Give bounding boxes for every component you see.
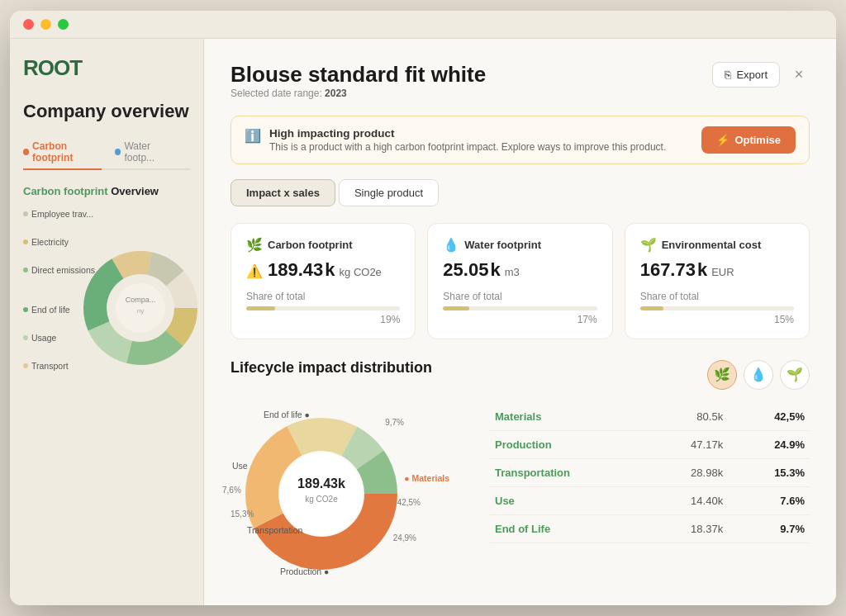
optimise-label: Optimise [734, 134, 781, 146]
close-dot[interactable] [23, 19, 34, 30]
minimize-dot[interactable] [40, 19, 51, 30]
water-share-label: Share of total [443, 291, 596, 302]
row-label: Transportation [490, 459, 644, 487]
usage-dot [23, 335, 28, 340]
svg-text:Compa...: Compa... [126, 296, 156, 304]
row-pct: 7.6% [736, 487, 810, 515]
carbon-progress-fill [246, 306, 275, 310]
label-use: Use [232, 461, 248, 471]
direct-dot [23, 268, 28, 272]
label-end-of-life: End of life ● [264, 410, 310, 419]
employee-dot [23, 211, 28, 216]
icon-btn-carbon[interactable]: 🌿 [707, 360, 737, 390]
export-label: Export [736, 69, 768, 81]
table-row: End of Life 18.37k 9.7% [490, 515, 810, 543]
header-actions: ⎘ Export × [712, 62, 810, 88]
tab-single-product[interactable]: Single product [339, 179, 439, 206]
carbon-value: 189.43 [268, 259, 323, 281]
metric-label-carbon: 🌿 Carbon footprint [246, 237, 400, 253]
water-value: 25.05 [443, 259, 488, 281]
sidebar-tab-carbon[interactable]: Carbon footprint [23, 135, 102, 170]
env-progress-pct: 15% [640, 314, 794, 325]
maximize-dot[interactable] [58, 19, 69, 30]
pct-use: 7,6% [222, 486, 241, 495]
water-progress-fill [443, 306, 469, 310]
row-value: 47.17k [644, 431, 736, 459]
optimise-button[interactable]: ⚡ Optimise [701, 126, 796, 154]
endoflife-label: End of life [31, 305, 70, 315]
main-panel: Blouse standard fit white Selected date … [204, 39, 836, 605]
icon-btn-water[interactable]: 💧 [744, 360, 773, 390]
metric-card-carbon: 🌿 Carbon footprint ⚠️ 189.43 k kg CO2e S… [231, 223, 416, 339]
app-window: ROOT Company overview Carbon footprint W… [10, 11, 836, 605]
lifecycle-header: Lifecycle impact distribution 🌿 💧 🌱 [231, 359, 810, 390]
env-unit: EUR [711, 266, 734, 278]
sidebar-donut-svg: Compa... ny [66, 217, 198, 382]
carbon-warning-icon: ⚠️ [246, 263, 263, 279]
close-button[interactable]: × [788, 64, 810, 86]
carbon-progress-bar [246, 306, 400, 310]
lifecycle-data-table: Materials 80.5k 42,5% Production 47.17k … [490, 403, 810, 543]
carbon-suffix: k [325, 259, 335, 281]
icon-btn-env[interactable]: 🌱 [780, 360, 810, 390]
donut-container: 189.43k kg CO2e End of life ● Use 7,6% 1… [231, 403, 412, 585]
pct-production: 24,9% [393, 533, 416, 543]
row-pct: 24.9% [736, 431, 810, 459]
carbon-progress-pct: 19% [246, 314, 400, 325]
lifecycle-table: Materials 80.5k 42,5% Production 47.17k … [490, 403, 810, 543]
sidebar-tabs: Carbon footprint Water footp... [23, 135, 190, 170]
carbon-metric-label: Carbon footprint [268, 239, 353, 251]
tab-impact-sales[interactable]: Impact x sales [231, 179, 335, 206]
electricity-dot [23, 239, 28, 244]
svg-text:kg CO2e: kg CO2e [305, 495, 338, 504]
water-progress-pct: 17% [443, 314, 596, 325]
overview-label: Carbon footprint Overview [23, 185, 190, 197]
water-metric-label: Water footprint [464, 239, 541, 251]
row-value: 28.98k [644, 459, 736, 487]
svg-point-15 [280, 453, 363, 535]
panel-title: Blouse standard fit white [231, 62, 486, 88]
panel-title-area: Blouse standard fit white Selected date … [231, 62, 486, 111]
table-row: Materials 80.5k 42,5% [490, 403, 810, 431]
env-share-label: Share of total [640, 291, 794, 302]
label-materials: ● Materials [404, 473, 449, 483]
alert-content: ℹ️ High impacting product This is a prod… [245, 127, 666, 153]
row-label: Materials [490, 403, 644, 431]
alert-description: This is a product with a high carbon foo… [269, 141, 666, 153]
alert-icon: ℹ️ [245, 128, 261, 144]
water-dot [115, 149, 121, 155]
env-progress-fill [640, 306, 663, 310]
lifecycle-icons: 🌿 💧 🌱 [707, 360, 810, 390]
donut-svg: 189.43k kg CO2e [231, 403, 412, 585]
row-pct: 15.3% [736, 459, 810, 487]
export-icon: ⎘ [725, 69, 731, 81]
row-label: End of Life [490, 515, 644, 543]
water-unit: m3 [505, 266, 520, 278]
sidebar-tab-water-label: Water footp... [124, 140, 177, 163]
env-metric-icon: 🌱 [640, 237, 657, 253]
endoflife-dot [23, 307, 28, 312]
export-button[interactable]: ⎘ Export [712, 62, 780, 88]
metric-label-water: 💧 Water footprint [443, 237, 596, 253]
water-metric-icon: 💧 [443, 237, 459, 253]
env-metric-label: Environmental cost [662, 239, 762, 251]
label-transportation: Transportation [247, 525, 302, 535]
pct-materials: 42,5% [397, 498, 421, 507]
metric-card-water: 💧 Water footprint 25.05 k m3 Share of to… [427, 223, 612, 339]
carbon-metric-value: ⚠️ 189.43 k kg CO2e [246, 259, 400, 281]
env-metric-value: 167.73 k EUR [640, 259, 794, 281]
row-value: 80.5k [644, 403, 736, 431]
company-title: Company overview [23, 101, 190, 122]
row-label: Production [490, 431, 644, 459]
panel-header: Blouse standard fit white Selected date … [231, 62, 810, 111]
carbon-unit: kg CO2e [340, 266, 382, 278]
alert-title: High impacting product [269, 127, 666, 140]
label-production: Production ● [280, 566, 329, 576]
table-row: Use 14.40k 7.6% [490, 487, 810, 515]
sidebar-tab-water[interactable]: Water footp... [115, 135, 177, 170]
view-tabs: Impact x sales Single product [231, 179, 810, 206]
optimise-icon: ⚡ [716, 134, 730, 146]
water-progress-bar [443, 306, 596, 310]
date-range-value: 2023 [325, 88, 347, 99]
row-pct: 42,5% [736, 403, 810, 431]
